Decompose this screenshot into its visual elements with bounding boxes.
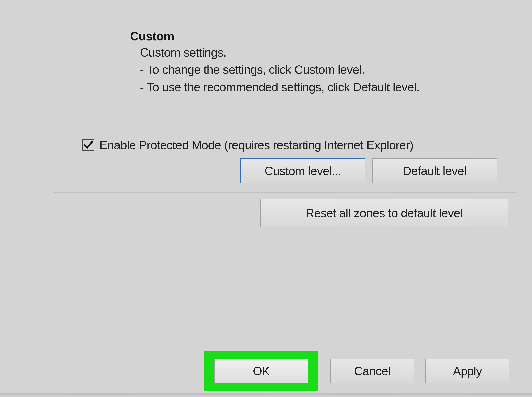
internet-options-dialog: restricted zones. Security level for thi… [0,0,532,397]
custom-heading: Custom [130,29,420,43]
level-buttons-row: Custom level... Default level [240,158,497,183]
checkmark-icon [84,140,93,150]
custom-line-1: Custom settings. [130,44,420,60]
apply-button[interactable]: Apply [426,359,509,383]
security-tab-panel: restricted zones. Security level for thi… [15,0,509,344]
custom-line-3: - To use the recommended settings, click… [130,79,420,95]
protected-mode-label: Enable Protected Mode (requires restarti… [99,138,414,152]
dialog-footer-buttons: OK Cancel Apply [0,351,532,391]
ok-button-highlight: OK [204,351,318,391]
security-level-fieldset: Security level for this zone Custom Cust… [54,0,517,193]
reset-all-zones-button[interactable]: Reset all zones to default level [260,199,508,227]
custom-line-2: - To change the settings, click Custom l… [130,62,420,78]
default-level-button[interactable]: Default level [372,158,497,183]
ok-button[interactable]: OK [215,359,308,383]
dialog-bottom-edge [0,393,532,397]
custom-level-button[interactable]: Custom level... [240,158,365,183]
cancel-button[interactable]: Cancel [330,359,414,383]
protected-mode-row: Enable Protected Mode (requires restarti… [82,138,414,152]
protected-mode-checkbox[interactable] [82,139,94,151]
custom-settings-block: Custom Custom settings. - To change the … [130,29,420,95]
